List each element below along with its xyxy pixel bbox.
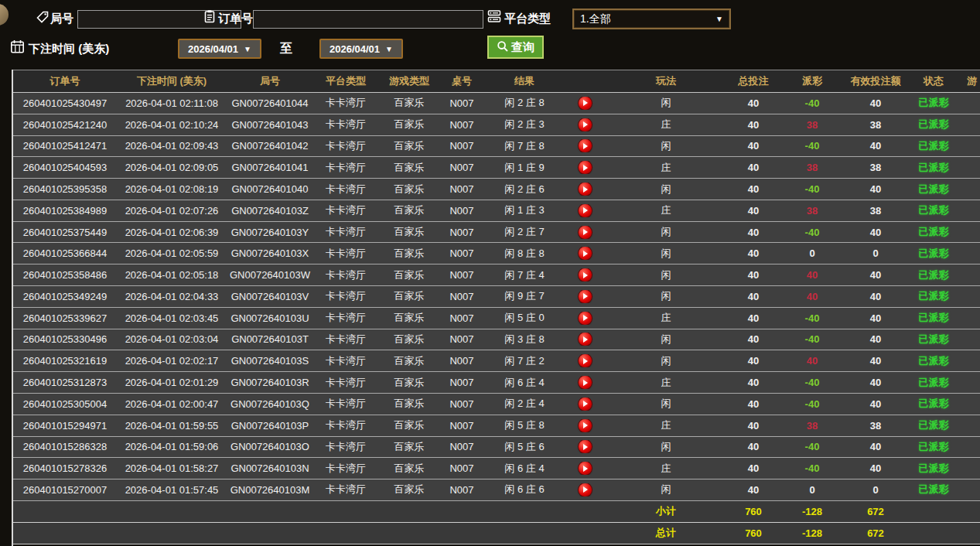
table-row: 2604010253396272026-04-01 02:03:45GN0072… <box>13 308 980 329</box>
cell-result: 闲 6 庄 4 <box>483 376 565 390</box>
cell-result: 闲 2 庄 8 <box>483 96 565 110</box>
chevron-down-icon: ▼ <box>244 45 251 53</box>
play-video-icon[interactable] <box>579 139 592 152</box>
cell-payout: 38 <box>779 162 845 173</box>
subtotal-row-payout: -128 <box>779 506 845 517</box>
calendar-icon <box>10 39 25 57</box>
cell-time: 2026-04-01 02:10:24 <box>117 119 227 131</box>
cell-result: 闲 2 庄 6 <box>483 183 565 196</box>
cell-result: 闲 1 庄 9 <box>483 161 565 175</box>
cell-result: 闲 6 庄 4 <box>483 462 565 476</box>
cell-game: 百家乐 <box>378 161 440 175</box>
cell-game-no: GN0072640103W <box>227 269 313 281</box>
table-row: 2604010152863282026-04-01 01:59:06GN0072… <box>13 437 980 459</box>
query-button[interactable]: 查询 <box>487 36 544 59</box>
cell-total-bet: 40 <box>728 162 779 173</box>
play-video-icon[interactable] <box>579 440 592 453</box>
play-video-icon[interactable] <box>579 354 592 367</box>
total-row: 总计760-128672 <box>13 523 980 544</box>
cell-total-bet: 40 <box>728 333 779 345</box>
cell-hall: 卡卡湾厅 <box>313 462 378 476</box>
cell-time: 2026-04-01 02:05:18 <box>117 269 227 281</box>
table-row: 2604010152783262026-04-01 01:58:27GN0072… <box>13 458 980 479</box>
cell-result: 闲 2 庄 3 <box>483 118 565 131</box>
cell-table: N007 <box>440 269 483 281</box>
date-from-select[interactable]: 2026/04/01 ▼ <box>178 39 261 59</box>
play-video-icon[interactable] <box>579 226 592 239</box>
platform-type-select[interactable]: 1.全部 ▼ <box>572 9 731 29</box>
game-no-input[interactable] <box>77 10 241 29</box>
cell-time: 2026-04-01 02:03:45 <box>117 312 227 324</box>
play-video-icon[interactable] <box>579 312 592 325</box>
date-from-value: 2026/04/01 <box>188 43 238 55</box>
bet-records-page: 局号 订单号 平台类型 1.全部 ▼ 下注时间 (美东) 2026/04/01 … <box>0 0 980 546</box>
cell-status: 已派彩 <box>906 462 961 476</box>
cell-table: N007 <box>440 247 483 259</box>
cell-order-no: 260401015278326 <box>13 462 117 474</box>
cell-play-type: 闲 <box>604 289 728 303</box>
cell-order-no: 260401025375449 <box>13 227 117 238</box>
cell-game-no: GN0072640103Q <box>227 398 313 410</box>
play-video-icon[interactable] <box>579 183 592 196</box>
table-row: 2604010253754492026-04-01 02:06:39GN0072… <box>13 222 980 244</box>
play-video-icon[interactable] <box>579 483 592 497</box>
column-header: 局号 <box>227 74 313 88</box>
cell-valid-bet: 40 <box>845 291 906 302</box>
cell-play-type: 闲 <box>604 440 728 454</box>
play-video-icon[interactable] <box>579 376 592 389</box>
play-video-icon[interactable] <box>579 97 592 110</box>
cell-game-no: GN00726401041 <box>227 162 313 173</box>
cell-play-type: 庄 <box>604 418 728 432</box>
table-row: 2604010254212402026-04-01 02:10:24GN0072… <box>13 114 980 136</box>
cell-payout: -40 <box>779 227 845 238</box>
cell-game: 百家乐 <box>378 354 440 368</box>
cell-table: N007 <box>440 333 483 345</box>
cell-hall: 卡卡湾厅 <box>313 397 378 411</box>
cell-game-no: GN00726401042 <box>227 140 313 152</box>
cell-valid-bet: 40 <box>845 333 906 345</box>
cell-game-no: GN0072640103M <box>227 484 313 496</box>
cell-game: 百家乐 <box>378 139 440 153</box>
cell-time: 2026-04-01 01:57:45 <box>117 484 227 496</box>
cell-valid-bet: 40 <box>845 312 906 324</box>
cell-game: 百家乐 <box>378 418 440 432</box>
play-video-icon[interactable] <box>579 333 592 346</box>
cell-valid-bet: 40 <box>845 227 906 238</box>
cell-hall: 卡卡湾厅 <box>313 225 378 239</box>
cell-payout: -40 <box>779 140 845 152</box>
play-video-icon[interactable] <box>579 118 592 131</box>
cell-payout: 38 <box>779 205 845 217</box>
cell-play-type: 闲 <box>604 247 728 261</box>
cell-table: N007 <box>440 140 483 152</box>
play-video-icon[interactable] <box>579 247 592 260</box>
play-video-icon[interactable] <box>579 398 592 411</box>
cell-time: 2026-04-01 02:03:04 <box>117 333 227 345</box>
cell-time: 2026-04-01 02:09:05 <box>117 162 227 173</box>
play-video-icon[interactable] <box>579 290 592 303</box>
cell-total-bet: 40 <box>728 462 779 474</box>
cell-result: 闲 6 庄 6 <box>483 483 565 497</box>
cell-table: N007 <box>440 291 483 302</box>
cell-order-no: 260401025358486 <box>13 269 117 281</box>
date-to-select[interactable]: 2026/04/01 ▼ <box>319 39 403 59</box>
play-video-icon[interactable] <box>579 419 592 432</box>
cell-total-bet: 40 <box>728 97 779 109</box>
cell-game: 百家乐 <box>378 225 440 239</box>
order-no-input[interactable] <box>253 10 483 29</box>
table-row: 2604010152949712026-04-01 01:59:55GN0072… <box>13 415 980 437</box>
cell-order-no: 260401025349249 <box>13 291 117 302</box>
total-row-valid-bet: 672 <box>845 527 906 539</box>
cell-order-no: 260401025305004 <box>13 398 117 410</box>
cell-time: 2026-04-01 02:11:08 <box>117 97 227 109</box>
cell-game: 百家乐 <box>378 96 440 110</box>
play-video-icon[interactable] <box>579 161 592 174</box>
play-video-icon[interactable] <box>579 204 592 217</box>
play-video-icon[interactable] <box>579 462 592 475</box>
cell-play-type: 闲 <box>604 139 728 153</box>
table-row: 2604010253492492026-04-01 02:04:33GN0072… <box>13 286 980 308</box>
cell-total-bet: 40 <box>728 312 779 324</box>
cell-status: 已派彩 <box>906 161 961 175</box>
cell-total-bet: 40 <box>728 205 779 217</box>
cell-hall: 卡卡湾厅 <box>313 203 378 217</box>
play-video-icon[interactable] <box>579 268 592 282</box>
